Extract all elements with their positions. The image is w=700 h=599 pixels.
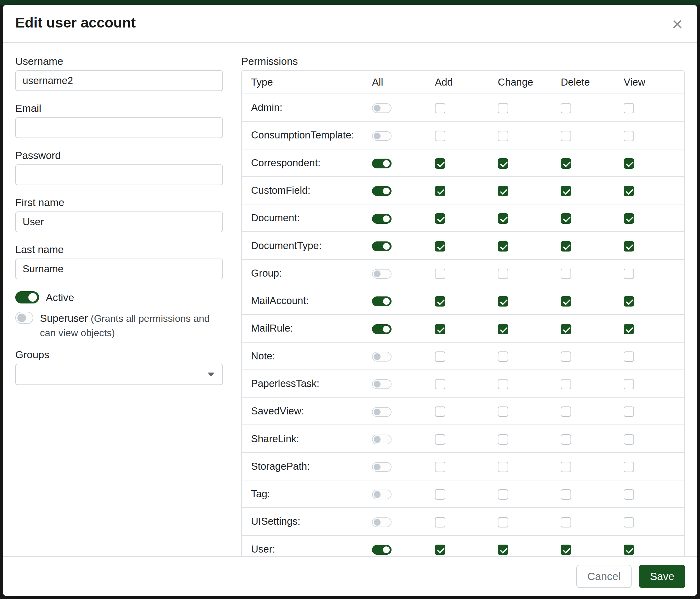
perm-change-checkbox[interactable]	[498, 489, 508, 500]
perm-delete-checkbox[interactable]	[561, 186, 571, 196]
perm-change-checkbox[interactable]	[498, 352, 508, 362]
perm-add-checkbox[interactable]	[435, 269, 445, 279]
perm-add-checkbox[interactable]	[435, 241, 445, 251]
perm-delete-checkbox[interactable]	[561, 406, 571, 417]
password-input[interactable]	[15, 164, 223, 185]
perm-add-checkbox[interactable]	[435, 545, 445, 555]
perm-delete-checkbox[interactable]	[561, 158, 571, 169]
perm-view-checkbox[interactable]	[624, 379, 634, 389]
perm-view-checkbox[interactable]	[624, 269, 634, 279]
perm-change-checkbox[interactable]	[498, 462, 508, 472]
perm-delete-checkbox[interactable]	[561, 103, 571, 113]
perm-all-toggle[interactable]	[372, 407, 392, 417]
perm-add-checkbox[interactable]	[435, 352, 445, 362]
perm-add-checkbox[interactable]	[435, 186, 445, 196]
perm-all-toggle[interactable]	[372, 103, 392, 113]
perm-delete-checkbox[interactable]	[561, 379, 571, 389]
perm-all-toggle[interactable]	[372, 159, 392, 168]
perm-change-checkbox[interactable]	[498, 269, 508, 279]
perm-all-toggle[interactable]	[372, 296, 392, 306]
perm-all-toggle[interactable]	[372, 214, 392, 224]
perm-all-toggle[interactable]	[372, 379, 392, 389]
first-name-input[interactable]	[15, 212, 223, 232]
active-toggle[interactable]	[15, 291, 39, 304]
perm-view-checkbox[interactable]	[624, 131, 634, 141]
superuser-toggle[interactable]	[15, 312, 33, 324]
perm-delete-checkbox[interactable]	[561, 241, 571, 251]
perm-change-checkbox[interactable]	[498, 406, 508, 417]
groups-select[interactable]	[15, 364, 223, 385]
perm-all-toggle[interactable]	[372, 545, 392, 555]
perm-change-checkbox[interactable]	[498, 241, 508, 251]
perm-delete-checkbox[interactable]	[561, 324, 571, 334]
perm-change-checkbox[interactable]	[498, 158, 508, 169]
perm-add-checkbox[interactable]	[435, 489, 445, 500]
perm-all-toggle[interactable]	[372, 462, 392, 472]
last-name-input[interactable]	[15, 259, 223, 279]
perm-delete-checkbox[interactable]	[561, 296, 571, 307]
perm-view-checkbox[interactable]	[624, 103, 634, 113]
save-button[interactable]: Save	[639, 565, 685, 588]
perm-change-checkbox[interactable]	[498, 434, 508, 445]
perm-view-checkbox[interactable]	[624, 324, 634, 334]
perm-add-checkbox[interactable]	[435, 434, 445, 445]
perm-view-checkbox[interactable]	[624, 545, 634, 555]
perm-add-checkbox[interactable]	[435, 406, 445, 417]
perm-change-checkbox[interactable]	[498, 379, 508, 389]
perm-all-toggle[interactable]	[372, 269, 392, 279]
perm-all-toggle[interactable]	[372, 435, 392, 445]
perm-delete-checkbox[interactable]	[561, 131, 571, 141]
perm-row: StoragePath:	[242, 453, 684, 480]
perm-add-checkbox[interactable]	[435, 213, 445, 224]
perm-add-checkbox[interactable]	[435, 158, 445, 169]
perm-change-checkbox[interactable]	[498, 103, 508, 113]
perm-view-checkbox[interactable]	[624, 158, 634, 169]
perm-delete-checkbox[interactable]	[561, 213, 571, 224]
perm-all-toggle[interactable]	[372, 489, 392, 499]
perm-view-checkbox[interactable]	[624, 434, 634, 445]
perm-all-toggle[interactable]	[372, 324, 392, 334]
cancel-button[interactable]: Cancel	[576, 565, 632, 588]
close-button[interactable]: ×	[670, 15, 685, 33]
perm-add-checkbox[interactable]	[435, 103, 445, 113]
perm-view-checkbox[interactable]	[624, 489, 634, 500]
perm-all-toggle[interactable]	[372, 241, 392, 251]
perm-delete-checkbox[interactable]	[561, 545, 571, 555]
perm-add-checkbox[interactable]	[435, 517, 445, 527]
perm-view-checkbox[interactable]	[624, 517, 634, 527]
perm-view-checkbox[interactable]	[624, 296, 634, 307]
first-name-label: First name	[15, 196, 223, 209]
perm-add-checkbox[interactable]	[435, 324, 445, 334]
perm-add-checkbox[interactable]	[435, 131, 445, 141]
perm-view-checkbox[interactable]	[624, 462, 634, 472]
perm-view-checkbox[interactable]	[624, 352, 634, 362]
perm-all-toggle[interactable]	[372, 186, 392, 196]
perm-change-checkbox[interactable]	[498, 517, 508, 527]
perm-view-checkbox[interactable]	[624, 186, 634, 196]
perm-all-toggle[interactable]	[372, 352, 392, 362]
email-input[interactable]	[15, 117, 223, 138]
perm-change-checkbox[interactable]	[498, 545, 508, 555]
perm-add-checkbox[interactable]	[435, 462, 445, 472]
perm-change-checkbox[interactable]	[498, 324, 508, 334]
perm-view-checkbox[interactable]	[624, 241, 634, 251]
perm-delete-checkbox[interactable]	[561, 352, 571, 362]
perm-delete-checkbox[interactable]	[561, 269, 571, 279]
perm-row: MailRule:	[242, 314, 684, 342]
perm-all-toggle[interactable]	[372, 131, 392, 141]
perm-delete-checkbox[interactable]	[561, 434, 571, 445]
perm-change-checkbox[interactable]	[498, 213, 508, 224]
perm-change-checkbox[interactable]	[498, 131, 508, 141]
perm-view-checkbox[interactable]	[624, 213, 634, 224]
perm-delete-checkbox[interactable]	[561, 517, 571, 527]
perm-add-checkbox[interactable]	[435, 296, 445, 307]
perm-change-checkbox[interactable]	[498, 186, 508, 196]
perm-delete-checkbox[interactable]	[561, 462, 571, 472]
username-input[interactable]	[15, 70, 223, 91]
perm-add-checkbox[interactable]	[435, 379, 445, 389]
perm-change-checkbox[interactable]	[498, 296, 508, 307]
perm-view-checkbox[interactable]	[624, 406, 634, 417]
perm-delete-checkbox[interactable]	[561, 489, 571, 500]
perm-row: Group:	[242, 260, 684, 287]
perm-all-toggle[interactable]	[372, 518, 392, 527]
